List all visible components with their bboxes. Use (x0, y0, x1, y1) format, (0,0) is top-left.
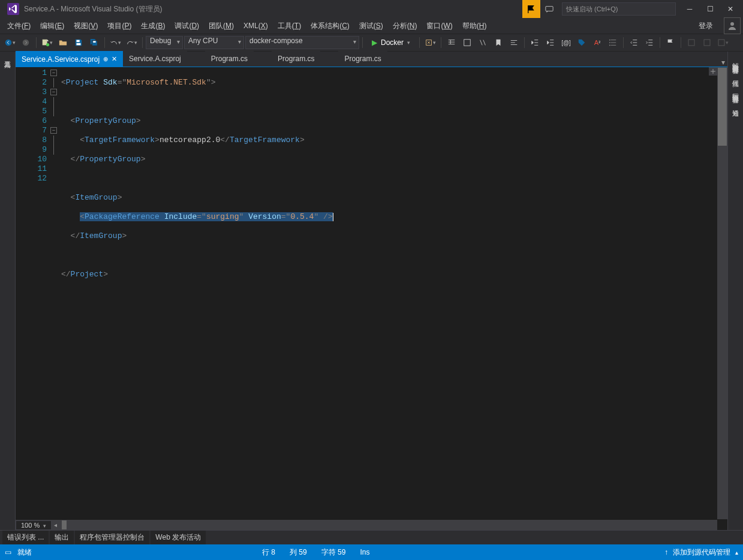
doc-tab[interactable]: Service.A.csproj (123, 51, 187, 67)
quick-launch-input[interactable]: 快速启动 (Ctrl+Q) (562, 2, 676, 16)
notifications-flag-icon[interactable] (522, 0, 540, 18)
split-grip-icon[interactable] (709, 67, 717, 76)
bookmark-icon[interactable] (491, 35, 506, 50)
nav-back-icon[interactable]: ▾ (2, 35, 17, 50)
main-toolbar: ▾ ▾ ▾ ▾ Debug Any CPU docker-compose ▶Do… (0, 34, 743, 52)
fold-toggle-icon[interactable]: − (50, 89, 57, 95)
feedback-icon[interactable] (540, 0, 558, 18)
menu-xml[interactable]: XML(X) (239, 20, 273, 32)
save-all-icon[interactable] (87, 35, 101, 50)
vertical-scrollbar[interactable] (717, 67, 727, 519)
nav-forward-icon[interactable] (19, 35, 33, 50)
svg-rect-8 (93, 41, 95, 43)
error-list-tab[interactable]: 错误列表 ... (2, 531, 49, 544)
fold-gutter: − − − (50, 67, 59, 530)
scrollbar-thumb[interactable] (718, 68, 727, 146)
menu-window[interactable]: 窗口(W) (422, 19, 457, 33)
status-col: 列 59 (290, 547, 307, 558)
start-debug-button[interactable]: ▶Docker▾ (366, 35, 416, 50)
team-explorer-tab[interactable]: 团队资源管理器 (730, 85, 741, 96)
left-side-panel: 工具箱 (0, 52, 16, 530)
flag-icon[interactable] (663, 35, 678, 50)
menu-arch[interactable]: 体系结构(C) (306, 19, 354, 33)
scrollbar-thumb[interactable] (62, 520, 67, 529)
scroll-left-icon[interactable]: ◂ (54, 522, 57, 528)
collapse-icon[interactable] (684, 35, 699, 50)
expand-icon[interactable] (700, 35, 714, 50)
menu-view[interactable]: 视图(V) (69, 19, 103, 33)
publish-up-icon[interactable]: ↑ (664, 548, 668, 556)
user-avatar-icon[interactable] (724, 17, 741, 34)
uncomment-icon[interactable] (476, 35, 490, 50)
fold-toggle-icon[interactable]: − (50, 127, 57, 134)
format-icon[interactable] (507, 35, 521, 50)
decrease-indent-icon[interactable] (528, 35, 542, 50)
comment-icon[interactable] (460, 35, 474, 50)
redo-icon[interactable]: ▾ (124, 35, 139, 50)
menu-debug[interactable]: 调试(D) (170, 19, 204, 33)
menu-tools[interactable]: 工具(T) (273, 19, 306, 33)
startup-project-select[interactable]: docker-compose (245, 36, 359, 49)
close-button[interactable]: ✕ (720, 0, 741, 18)
menu-project[interactable]: 项目(P) (103, 19, 136, 33)
tabs-overflow-icon[interactable]: ▾ (721, 58, 725, 67)
tab-close-icon[interactable]: ✕ (112, 55, 117, 63)
bottom-panel-tabs: 错误列表 ... 输出 程序包管理器控制台 Web 发布活动 (0, 530, 743, 544)
svg-point-3 (23, 40, 29, 46)
package-console-tab[interactable]: 程序包管理器控制台 (75, 531, 149, 544)
indent2-icon[interactable] (642, 35, 657, 50)
solution-explorer-tab[interactable]: 解决方案资源管理器 (730, 54, 741, 67)
menu-edit[interactable]: 编辑(E) (35, 19, 69, 33)
output-tab[interactable]: 输出 (50, 531, 74, 544)
doc-tab[interactable]: Program.cs (338, 51, 387, 67)
more-icon[interactable]: ▾ (715, 35, 730, 50)
menu-file[interactable]: 文件(F) (2, 19, 35, 33)
outdent-icon[interactable] (627, 35, 641, 50)
zoom-select[interactable]: 100 % (16, 520, 52, 530)
status-scm[interactable]: 添加到源代码管理 (673, 547, 730, 558)
toolbox-tab[interactable]: 工具箱 (2, 54, 13, 59)
list-icon[interactable] (606, 35, 620, 50)
platform-select[interactable]: Any CPU (184, 36, 244, 49)
fold-toggle-icon[interactable]: − (50, 70, 57, 76)
doc-tab[interactable]: Program.cs (272, 51, 320, 67)
maximize-button[interactable]: ☐ (700, 0, 720, 18)
scm-chevron-icon[interactable]: ▴ (735, 549, 738, 556)
login-button[interactable]: 登录 (693, 19, 719, 33)
status-char: 字符 59 (321, 547, 346, 558)
title-bar: Service.A - Microsoft Visual Studio (管理员… (0, 0, 743, 18)
code-editor[interactable]: 123456789101112 − − − <Project Sdk="Micr… (16, 67, 727, 530)
menu-team[interactable]: 团队(M) (204, 19, 239, 33)
menu-analyze[interactable]: 分析(N) (388, 19, 422, 33)
undo-icon[interactable]: ▾ (108, 35, 123, 50)
menu-help[interactable]: 帮助(H) (458, 19, 492, 33)
doc-tab[interactable]: Program.cs (205, 51, 254, 67)
sync-icon[interactable]: ▾ (423, 35, 438, 50)
open-icon[interactable] (56, 35, 70, 50)
properties-tab[interactable]: 属性 (730, 71, 741, 80)
text-icon[interactable]: A² (590, 35, 604, 50)
save-icon[interactable] (71, 35, 86, 50)
window-title: Service.A - Microsoft Visual Studio (管理员… (24, 4, 522, 14)
svg-rect-15 (704, 40, 710, 46)
status-mode-icon: ▭ (5, 548, 11, 556)
svg-rect-6 (77, 40, 80, 43)
svg-point-12 (609, 42, 610, 43)
pin-icon[interactable]: ⊕ (103, 56, 108, 62)
menu-test[interactable]: 测试(S) (354, 19, 388, 33)
wrap-icon[interactable]: [@] (559, 35, 573, 50)
minimize-button[interactable]: ─ (679, 0, 700, 18)
line-number-gutter: 123456789101112 (16, 67, 50, 530)
new-item-icon[interactable]: ▾ (40, 35, 55, 50)
web-publish-tab[interactable]: Web 发布活动 (151, 531, 206, 544)
status-line: 行 8 (262, 547, 275, 558)
config-select[interactable]: Debug (146, 36, 183, 49)
increase-indent-icon[interactable] (543, 35, 558, 50)
code-content[interactable]: <Project Sdk="Microsoft.NET.Sdk"> <Prope… (59, 67, 727, 530)
menu-build[interactable]: 生成(B) (136, 19, 170, 33)
doc-tab-active[interactable]: Service.A.Service.csproj ⊕ ✕ (16, 51, 123, 67)
tag-icon[interactable] (574, 35, 589, 50)
notifications-tab[interactable]: 通知 (730, 101, 741, 109)
indent-icon[interactable] (444, 35, 459, 50)
horizontal-scrollbar[interactable]: 100 % ◂ (16, 520, 717, 530)
